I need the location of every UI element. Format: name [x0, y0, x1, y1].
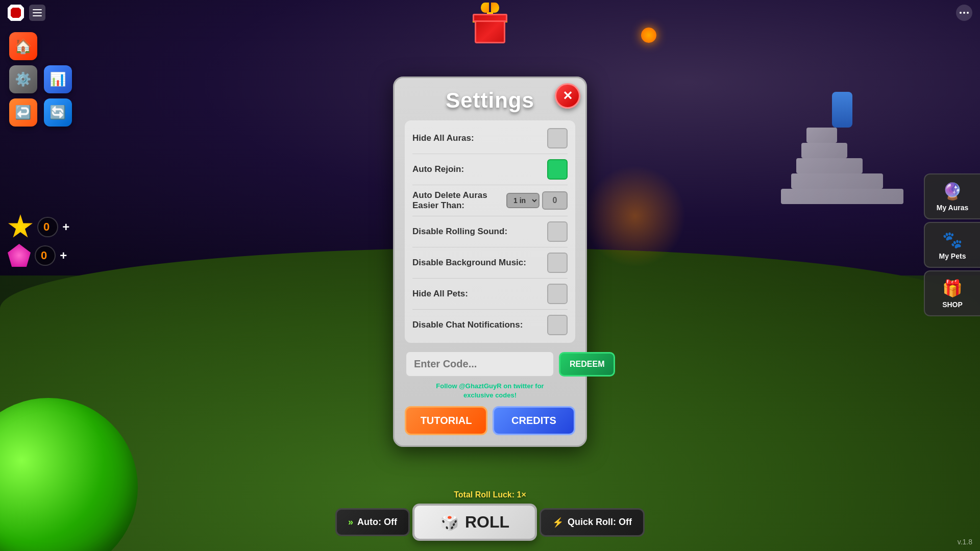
gift-icon-container[interactable] [470, 3, 510, 43]
aura-select-dropdown[interactable]: 1 in [506, 193, 540, 208]
diamonds-add-button[interactable]: + [60, 248, 67, 263]
code-row: REDEEM [405, 350, 575, 378]
setting-row-hide-auras: Hide All Auras: [412, 123, 568, 154]
bottom-bar: Total Roll Luck: 1× » Auto: Off 🎲 ROLL ⚡… [335, 490, 645, 541]
bar-icon: 📊 [50, 71, 66, 87]
refresh-icon: 🔄 [50, 105, 66, 120]
gift-icon [470, 3, 510, 43]
sidebar-refresh-button[interactable]: 🔄 [42, 97, 73, 128]
settings-modal: Settings ✕ Hide All Auras: Auto Rejoin: … [393, 77, 587, 447]
disable-chat-label: Disable Chat Notifications: [412, 320, 523, 330]
disable-chat-toggle[interactable] [547, 315, 568, 335]
setting-row-disable-music: Disable Background Music: [412, 247, 568, 279]
stars-bar: 0 [37, 217, 58, 237]
setting-row-auto-rejoin: Auto Rejoin: [412, 154, 568, 185]
aura-num-display: 0 [542, 191, 568, 210]
roblox-logo-icon[interactable] [8, 5, 24, 21]
roll-button[interactable]: 🎲 ROLL [412, 504, 537, 541]
sidebar-gear-button[interactable]: ⚙️ [8, 64, 38, 94]
settings-title: Settings [446, 88, 534, 112]
aura-icon: 🔮 [942, 182, 963, 201]
disable-rolling-label: Disable Rolling Sound: [412, 227, 507, 237]
quick-roll-button[interactable]: ⚡ Quick Roll: Off [540, 508, 645, 537]
gear-icon: ⚙️ [15, 71, 31, 87]
tutorial-button[interactable]: TUTORIAL [405, 406, 487, 435]
disable-music-toggle[interactable] [547, 253, 568, 273]
bottom-buttons: TUTORIAL CREDITS [405, 406, 575, 435]
my-pets-label: My Pets [939, 252, 966, 260]
close-icon: ✕ [562, 90, 573, 102]
auto-delete-label: Auto Delete Auras Easier Than: [412, 190, 506, 211]
setting-row-hide-pets: Hide All Pets: [412, 279, 568, 310]
setting-row-disable-chat: Disable Chat Notifications: [412, 310, 568, 340]
disable-music-label: Disable Background Music: [412, 258, 526, 268]
setting-row-auto-delete: Auto Delete Auras Easier Than: 1 in 0 [412, 185, 568, 216]
roll-buttons: » Auto: Off 🎲 ROLL ⚡ Quick Roll: Off [335, 504, 645, 541]
sidebar-icon-row-2: ↩️ 🔄 [8, 97, 73, 128]
auto-button[interactable]: » Auto: Off [335, 508, 410, 536]
my-auras-label: My Auras [937, 204, 969, 212]
redeem-button[interactable]: REDEEM [559, 352, 615, 377]
left-sidebar: 🏠 ⚙️ 📊 ↩️ 🔄 [8, 31, 73, 128]
quick-label: Quick Roll: Off [568, 517, 632, 528]
my-pets-button[interactable]: 🐾 My Pets [924, 222, 980, 268]
sidebar-bar-button[interactable]: 📊 [42, 64, 73, 94]
credits-button[interactable]: CREDITS [493, 406, 575, 435]
settings-close-button[interactable]: ✕ [555, 83, 580, 109]
lightning-icon: ⚡ [552, 517, 564, 528]
shop-icon: 🎁 [942, 279, 963, 298]
arrow-icon: ↩️ [15, 105, 31, 120]
auto-label: Auto: Off [357, 517, 397, 528]
roll-luck-text: Total Roll Luck: 1× [454, 490, 526, 499]
disable-rolling-toggle[interactable] [547, 221, 568, 242]
paw-icon: 🐾 [942, 230, 963, 249]
shop-label: SHOP [942, 300, 963, 309]
auto-rejoin-toggle[interactable] [547, 159, 568, 180]
sidebar-arrow-button[interactable]: ↩️ [8, 97, 38, 128]
roll-label: ROLL [465, 513, 509, 532]
dots-menu-button[interactable] [956, 5, 972, 21]
follow-text: Follow @GhaztGuyR on twitter forexclusiv… [405, 382, 575, 400]
sidebar-icon-row: ⚙️ 📊 [8, 64, 73, 94]
auto-arrows-icon: » [348, 517, 353, 528]
version-display: v.1.8 [958, 538, 972, 546]
auto-delete-controls: 1 in 0 [506, 191, 568, 210]
star-icon [8, 214, 33, 240]
my-auras-button[interactable]: 🔮 My Auras [924, 173, 980, 219]
diamonds-bar: 0 [35, 245, 56, 266]
hide-pets-toggle[interactable] [547, 284, 568, 304]
settings-header: Settings ✕ [405, 88, 575, 113]
right-sidebar: 🔮 My Auras 🐾 My Pets 🎁 SHOP [924, 173, 980, 316]
dice-icon: 🎲 [440, 513, 459, 531]
hide-auras-toggle[interactable] [547, 128, 568, 148]
shop-button[interactable]: 🎁 SHOP [924, 270, 980, 316]
diamonds-currency: 0 + [8, 244, 69, 267]
home-icon: 🏠 [14, 38, 32, 55]
top-left-icons [8, 5, 45, 21]
setting-row-disable-rolling: Disable Rolling Sound: [412, 216, 568, 247]
hide-pets-label: Hide All Pets: [412, 289, 468, 299]
auto-rejoin-label: Auto Rejoin: [412, 164, 464, 174]
code-input-field[interactable] [405, 350, 555, 378]
sidebar-home-button[interactable]: 🏠 [8, 31, 38, 61]
menu-icon[interactable] [29, 5, 45, 21]
diamond-icon [8, 244, 31, 267]
settings-body: Hide All Auras: Auto Rejoin: Auto Delete… [405, 120, 575, 343]
blue-character [832, 92, 852, 128]
stars-value: 0 [43, 220, 50, 234]
diamonds-value: 0 [41, 249, 47, 262]
currency-display: 0 + 0 + [8, 214, 69, 267]
stars-currency: 0 + [8, 214, 69, 240]
stars-add-button[interactable]: + [62, 220, 69, 234]
hide-auras-label: Hide All Auras: [412, 133, 474, 143]
code-section: REDEEM Follow @GhaztGuyR on twitter fore… [405, 350, 575, 435]
top-right-icons [956, 5, 972, 21]
